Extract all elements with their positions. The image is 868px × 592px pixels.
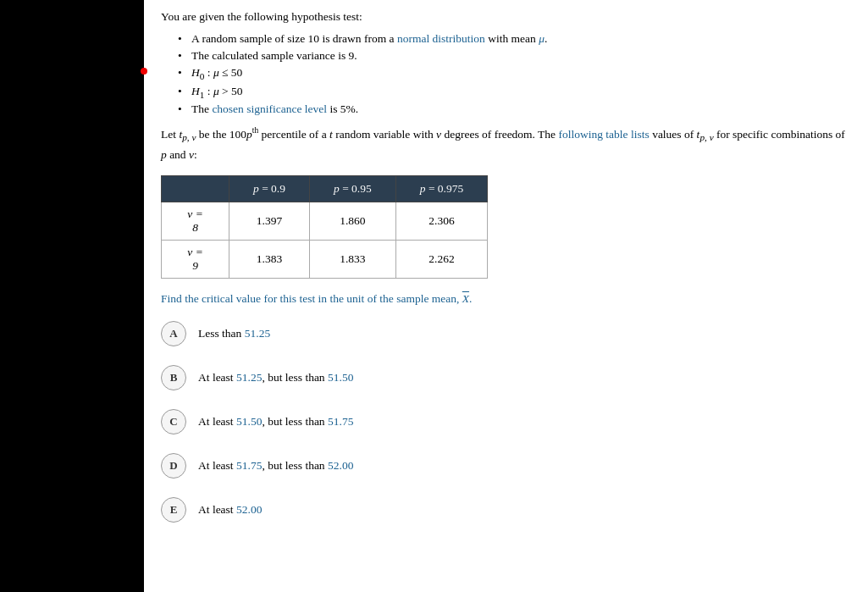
intro-text: You are given the following hypothesis t… — [161, 10, 848, 24]
option-b-row: B At least 51.25, but less than 51.50 — [161, 365, 848, 390]
option-e-row: E At least 52.00 — [161, 497, 848, 523]
option-d-button[interactable]: D — [161, 453, 186, 479]
paragraph-text: Let tp, ν be the 100pth percentile of a … — [161, 124, 848, 163]
bullet-list: A random sample of size 10 is drawn from… — [178, 32, 848, 116]
table-row: ν = 8 1.397 1.860 2.306 — [162, 202, 488, 241]
main-content: You are given the following hypothesis t… — [144, 0, 868, 592]
option-a-text: Less than 51.25 — [198, 327, 270, 340]
option-d-text: At least 51.75, but less than 52.00 — [198, 459, 353, 473]
left-panel — [0, 0, 144, 592]
option-e-button[interactable]: E — [161, 497, 186, 523]
option-a-button[interactable]: A — [161, 321, 186, 346]
statistics-table: p = 0.9 p = 0.95 p = 0.975 ν = 8 1.397 1… — [161, 175, 488, 279]
bullet-2: The calculated sample variance is 9. — [178, 49, 848, 63]
indicator-dot — [141, 68, 147, 75]
row-nu8-p095: 1.860 — [310, 202, 396, 241]
col-header-p0975: p = 0.975 — [395, 176, 488, 202]
table-row: ν = 9 1.383 1.833 2.262 — [162, 241, 488, 279]
bullet-3: H0 : μ ≤ 50 — [178, 66, 848, 81]
option-d-row: D At least 51.75, but less than 52.00 — [161, 453, 848, 479]
row-nu9-label: ν = 9 — [162, 241, 229, 279]
find-text: Find the critical value for this test in… — [161, 292, 848, 306]
option-b-button[interactable]: B — [161, 365, 186, 390]
option-b-text: At least 51.25, but less than 51.50 — [198, 371, 353, 385]
row-nu8-p09: 1.397 — [229, 202, 310, 241]
bullet-1: A random sample of size 10 is drawn from… — [178, 32, 848, 46]
row-nu9-p095: 1.833 — [310, 241, 396, 279]
row-nu9-p0975: 2.262 — [395, 241, 488, 279]
col-header-p095: p = 0.95 — [310, 176, 396, 202]
col-header-nu — [162, 176, 229, 202]
bullet-4: H1 : μ > 50 — [178, 85, 848, 100]
col-header-p09: p = 0.9 — [229, 176, 310, 202]
row-nu8-label: ν = 8 — [162, 202, 229, 241]
statistics-table-wrapper: p = 0.9 p = 0.95 p = 0.975 ν = 8 1.397 1… — [161, 175, 848, 279]
bullet-5: The chosen significance level is 5%. — [178, 102, 848, 116]
option-c-button[interactable]: C — [161, 409, 186, 434]
row-nu8-p0975: 2.306 — [395, 202, 488, 241]
row-nu9-p09: 1.383 — [229, 241, 310, 279]
option-c-text: At least 51.50, but less than 51.75 — [198, 415, 353, 429]
option-c-row: C At least 51.50, but less than 51.75 — [161, 409, 848, 434]
option-a-row: A Less than 51.25 — [161, 321, 848, 346]
answer-options: A Less than 51.25 B At least 51.25, but … — [161, 321, 848, 523]
option-e-text: At least 52.00 — [198, 503, 262, 517]
